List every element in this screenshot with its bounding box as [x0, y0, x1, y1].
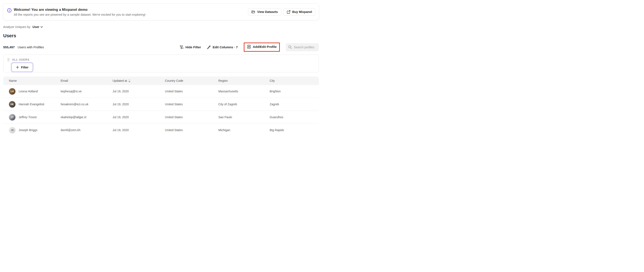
- banner-subtitle: All the reports you see are powered by a…: [14, 13, 146, 16]
- table-body: LH Leona Holland kephesaj@si.ve Jul 19, …: [3, 85, 319, 136]
- drag-handle-icon[interactable]: [8, 58, 10, 61]
- annotation-highlight-box: Add/Edit Profile: [244, 42, 280, 52]
- filter-panel: ALL USERS Filter: [3, 55, 319, 72]
- users-table: Name Email Updated at Country Code Regio…: [3, 76, 319, 136]
- buy-mixpanel-button[interactable]: Buy Mixpanel: [284, 8, 316, 16]
- search-profiles-box: [286, 43, 319, 51]
- welcome-banner: Welcome! You are viewing a Mixpanel demo…: [3, 3, 319, 20]
- search-profiles-input[interactable]: [294, 45, 316, 49]
- filter-button-focus-ring: Filter: [11, 62, 34, 72]
- cell-region: Sao Paulo: [218, 115, 270, 119]
- banner-title: Welcome! You are viewing a Mixpanel demo: [14, 8, 146, 12]
- cell-city: Guarulhos: [270, 115, 319, 119]
- analyze-uniques-row: Analyze Uniques by User: [3, 25, 319, 28]
- add-filter-button[interactable]: Filter: [12, 63, 33, 72]
- info-icon: [7, 8, 12, 13]
- folder-icon: [252, 10, 255, 13]
- cell-country-code: United States: [165, 115, 218, 119]
- cell-city: Big Rapids: [270, 128, 319, 132]
- cell-country-code: United States: [165, 128, 218, 132]
- table-header-row: Name Email Updated at Country Code Regio…: [3, 76, 319, 85]
- cell-updated-at: Jul 19, 2020: [112, 102, 165, 106]
- hide-filter-button[interactable]: Hide Filter: [180, 45, 201, 49]
- cell-region: Michigan: [218, 128, 270, 132]
- avatar: JT: [9, 114, 16, 121]
- cell-region: Massachusetts: [218, 90, 270, 93]
- column-header-country-code[interactable]: Country Code: [165, 79, 218, 82]
- table-row[interactable]: LH Leona Holland kephesaj@si.ve Jul 19, …: [3, 85, 319, 98]
- cell-name: Hannah Evangelisti: [19, 102, 44, 106]
- cell-updated-at: Jul 19, 2020: [112, 128, 165, 132]
- table-row[interactable]: JB Joseph Briggs domfi@zem.kh Jul 19, 20…: [3, 124, 319, 136]
- table-row[interactable]: JT Jeffrey Troost okahelop@lalijpe.sl Ju…: [3, 111, 319, 124]
- pencil-icon: [207, 45, 211, 49]
- analyze-by-value: User: [32, 25, 39, 28]
- cell-city: Brighton: [270, 90, 319, 93]
- view-datasets-label: View Datasets: [257, 10, 278, 13]
- column-header-email[interactable]: Email: [61, 79, 112, 82]
- cell-name: Joseph Briggs: [19, 128, 38, 132]
- analyze-by-dropdown[interactable]: User: [32, 25, 43, 28]
- chevron-down-icon: [40, 26, 43, 28]
- cell-email: hesakrem@ezi.co.uk: [61, 102, 112, 106]
- cell-name: Jeffrey Troost: [19, 115, 37, 119]
- cell-region: City of Zagreb: [218, 102, 270, 106]
- cell-updated-at: Jul 19, 2020: [112, 115, 165, 119]
- cell-country-code: United States: [165, 102, 218, 106]
- profile-count: 555,497 Users with Profiles: [3, 45, 44, 49]
- updated-at-label: Updated at: [112, 79, 127, 82]
- search-icon: [288, 45, 292, 49]
- profile-count-label: Users with Profiles: [18, 45, 44, 49]
- add-edit-profile-label: Add/Edit Profile: [253, 45, 277, 48]
- column-header-region[interactable]: Region: [218, 79, 270, 82]
- avatar: LH: [9, 88, 16, 95]
- analyze-uniques-label: Analyze Uniques by: [3, 25, 30, 28]
- edit-columns-button[interactable]: Edit Columns · 7: [207, 45, 238, 49]
- external-link-icon: [287, 10, 290, 14]
- all-users-group-label: ALL USERS: [12, 58, 30, 61]
- profile-count-number: 555,497: [3, 45, 15, 49]
- hide-filter-label: Hide Filter: [186, 45, 201, 49]
- profile-badge-icon: [247, 45, 251, 49]
- cell-name: Leona Holland: [19, 90, 38, 93]
- cell-city: Zagreb: [270, 102, 319, 106]
- column-header-updated-at[interactable]: Updated at: [112, 79, 165, 82]
- view-datasets-button[interactable]: View Datasets: [248, 8, 281, 16]
- table-row[interactable]: HE Hannah Evangelisti hesakrem@ezi.co.uk…: [3, 98, 319, 111]
- column-header-name[interactable]: Name: [9, 79, 61, 82]
- cell-updated-at: Jul 19, 2020: [112, 90, 165, 93]
- sort-icon: [128, 79, 130, 82]
- buy-mixpanel-label: Buy Mixpanel: [292, 10, 312, 13]
- cell-email: okahelop@lalijpe.sl: [61, 115, 112, 119]
- plus-icon: [16, 66, 19, 69]
- filter-plus-icon: [180, 45, 184, 49]
- add-edit-profile-button[interactable]: Add/Edit Profile: [247, 45, 277, 49]
- add-filter-label: Filter: [21, 66, 28, 69]
- cell-email: domfi@zem.kh: [61, 128, 112, 132]
- cell-country-code: United States: [165, 90, 218, 93]
- edit-columns-label: Edit Columns · 7: [212, 45, 238, 49]
- page-title: Users: [3, 33, 319, 38]
- cell-email: kephesaj@si.ve: [61, 90, 112, 93]
- avatar: HE: [9, 101, 16, 108]
- avatar: JB: [9, 127, 16, 133]
- column-header-city[interactable]: City: [270, 79, 319, 82]
